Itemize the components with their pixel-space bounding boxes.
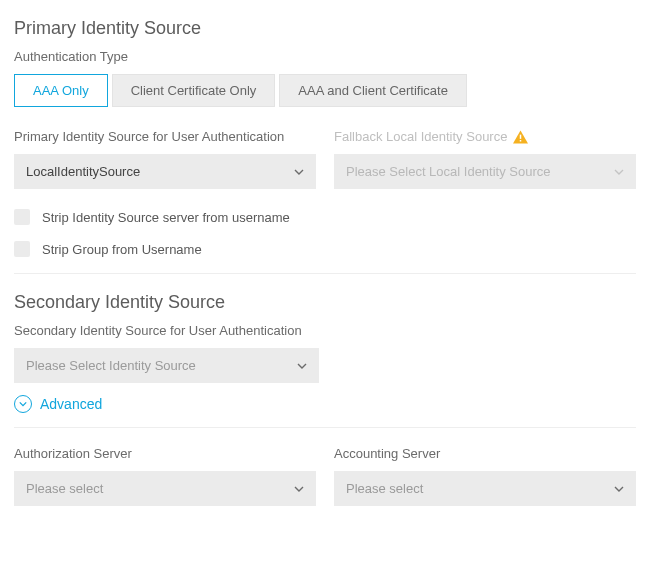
primary-source-label: Primary Identity Source for User Authent… [14,129,316,144]
auth-type-option-aaa-and-client-cert[interactable]: AAA and Client Certificate [279,74,467,107]
chevron-down-circle-icon [14,395,32,413]
svg-rect-0 [520,134,522,138]
chevron-down-icon [294,167,304,177]
secondary-source-placeholder: Please Select Identity Source [26,358,297,373]
primary-identity-heading: Primary Identity Source [14,18,636,39]
strip-group-label: Strip Group from Username [42,242,202,257]
authorization-server-label: Authorization Server [14,446,316,461]
fallback-source-label: Fallback Local Identity Source [334,129,507,144]
primary-source-select[interactable]: LocalIdentitySource [14,154,316,189]
chevron-down-icon [614,167,624,177]
chevron-down-icon [294,484,304,494]
auth-type-label: Authentication Type [14,49,636,64]
authorization-server-placeholder: Please select [26,481,294,496]
accounting-server-select[interactable]: Please select [334,471,636,506]
secondary-identity-heading: Secondary Identity Source [14,292,636,313]
auth-type-option-client-cert-only[interactable]: Client Certificate Only [112,74,276,107]
divider [14,273,636,274]
accounting-server-placeholder: Please select [346,481,614,496]
advanced-toggle[interactable]: Advanced [14,395,636,413]
chevron-down-icon [614,484,624,494]
warning-icon [513,130,528,144]
secondary-source-select[interactable]: Please Select Identity Source [14,348,319,383]
accounting-server-label: Accounting Server [334,446,636,461]
divider [14,427,636,428]
advanced-label: Advanced [40,396,102,412]
svg-rect-1 [520,140,522,142]
auth-type-segmented: AAA Only Client Certificate Only AAA and… [14,74,636,107]
fallback-source-placeholder: Please Select Local Identity Source [346,164,614,179]
strip-server-checkbox[interactable] [14,209,30,225]
chevron-down-icon [297,361,307,371]
strip-server-label: Strip Identity Source server from userna… [42,210,290,225]
auth-type-option-aaa-only[interactable]: AAA Only [14,74,108,107]
secondary-source-label: Secondary Identity Source for User Authe… [14,323,636,338]
fallback-source-select: Please Select Local Identity Source [334,154,636,189]
strip-group-checkbox[interactable] [14,241,30,257]
authorization-server-select[interactable]: Please select [14,471,316,506]
primary-source-value: LocalIdentitySource [26,164,294,179]
